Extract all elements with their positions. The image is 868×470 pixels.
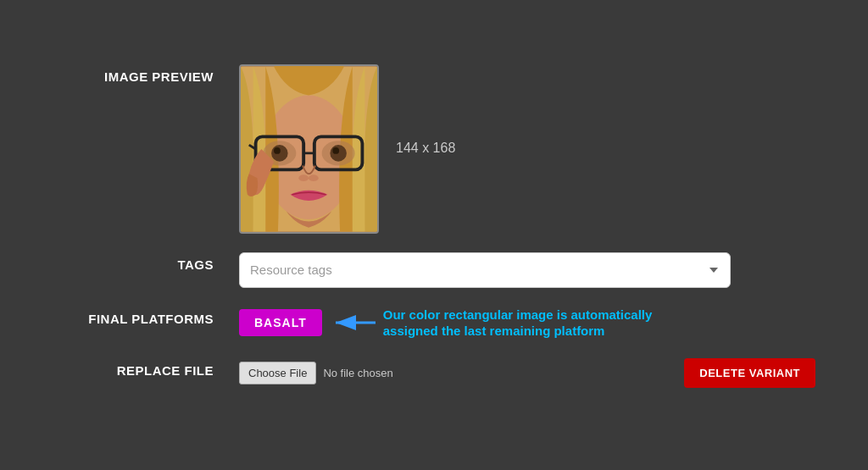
image-dimensions: 144 x 168	[396, 64, 455, 156]
file-input-wrapper: Choose File No file chosen	[239, 362, 393, 384]
tags-row: TAGS Resource tags	[53, 252, 815, 288]
choose-file-button[interactable]: Choose File	[239, 362, 316, 384]
tags-label: TAGS	[53, 252, 239, 272]
arrow-container	[329, 310, 380, 335]
replace-row-inner: Choose File No file chosen DELETE VARIAN…	[239, 358, 815, 388]
delete-variant-button[interactable]: DELETE VARIANT	[684, 358, 815, 388]
image-preview-content: 144 x 168	[239, 64, 815, 234]
svg-point-14	[309, 174, 319, 181]
main-container: IMAGE PREVIEW	[19, 47, 849, 423]
basalt-badge[interactable]: BASALT	[239, 309, 322, 336]
replace-file-row: REPLACE FILE Choose File No file chosen …	[53, 358, 815, 388]
tags-select[interactable]: Resource tags	[239, 252, 731, 288]
image-preview-row: IMAGE PREVIEW	[53, 64, 815, 234]
image-preview-box	[239, 64, 379, 234]
final-platforms-row: FINAL PLATFORMS BASALT Our color rectang…	[53, 307, 815, 340]
preview-image	[241, 66, 377, 232]
image-preview-label: IMAGE PREVIEW	[53, 64, 239, 84]
replace-file-label: REPLACE FILE	[53, 358, 239, 378]
arrow-icon	[329, 310, 380, 335]
svg-point-13	[298, 174, 309, 181]
tags-content: Resource tags	[239, 252, 815, 288]
final-platforms-label: FINAL PLATFORMS	[53, 307, 239, 326]
svg-point-9	[271, 145, 288, 162]
svg-point-12	[332, 147, 339, 154]
platform-tooltip: Our color rectangular image is automatic…	[383, 307, 671, 340]
svg-point-11	[274, 147, 281, 154]
no-file-text: No file chosen	[323, 367, 392, 379]
replace-file-content: Choose File No file chosen DELETE VARIAN…	[239, 358, 815, 388]
final-platforms-content: BASALT Our color rectangular image is au…	[239, 307, 815, 340]
svg-point-10	[330, 145, 347, 162]
